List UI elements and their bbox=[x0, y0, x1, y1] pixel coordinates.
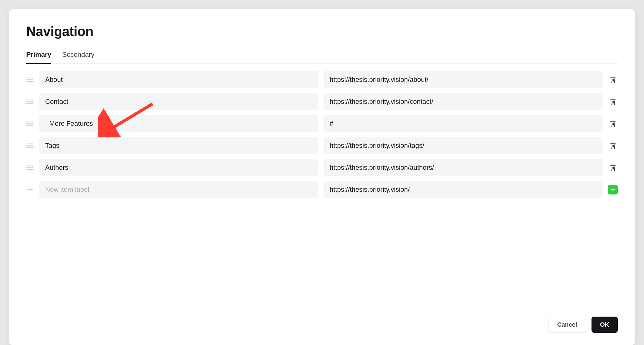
trash-icon bbox=[609, 164, 617, 172]
cancel-button[interactable]: Cancel bbox=[548, 317, 586, 333]
trash-icon bbox=[609, 76, 617, 84]
tabs: Primary Secondary bbox=[26, 51, 618, 64]
nav-label-input[interactable] bbox=[39, 159, 318, 176]
nav-url-input[interactable] bbox=[324, 137, 602, 154]
nav-label-input[interactable] bbox=[39, 71, 318, 88]
nav-row bbox=[26, 93, 618, 110]
nav-url-input[interactable] bbox=[324, 115, 602, 132]
nav-label-input[interactable] bbox=[39, 93, 318, 110]
delete-button[interactable] bbox=[608, 97, 618, 107]
nav-row bbox=[26, 115, 618, 132]
plus-icon bbox=[610, 187, 616, 192]
delete-button[interactable] bbox=[608, 75, 618, 85]
drag-handle-icon[interactable] bbox=[26, 78, 34, 82]
page-title: Navigation bbox=[26, 24, 618, 39]
tab-secondary[interactable]: Secondary bbox=[62, 51, 94, 64]
trash-icon bbox=[609, 120, 617, 128]
nav-rows bbox=[26, 71, 618, 198]
modal-footer: Cancel OK bbox=[26, 304, 618, 333]
drag-handle-icon[interactable] bbox=[26, 100, 34, 104]
add-button[interactable] bbox=[608, 185, 618, 194]
nav-row-new bbox=[26, 181, 618, 198]
drag-handle-icon[interactable] bbox=[26, 165, 34, 170]
delete-button[interactable] bbox=[608, 141, 618, 151]
delete-button[interactable] bbox=[608, 119, 618, 129]
new-item-label-input[interactable] bbox=[39, 181, 318, 198]
nav-row bbox=[26, 159, 618, 176]
trash-icon bbox=[609, 98, 617, 106]
delete-button[interactable] bbox=[608, 163, 618, 172]
nav-row bbox=[26, 137, 618, 154]
ok-button[interactable]: OK bbox=[592, 317, 618, 333]
plus-placeholder-icon bbox=[26, 186, 34, 193]
nav-row bbox=[26, 71, 618, 88]
nav-url-input[interactable] bbox=[324, 93, 602, 110]
drag-handle-icon[interactable] bbox=[26, 143, 34, 148]
nav-url-input[interactable] bbox=[324, 159, 602, 176]
new-item-url-input[interactable] bbox=[324, 181, 602, 198]
nav-label-input[interactable] bbox=[39, 115, 318, 132]
navigation-modal: Navigation Primary Secondary bbox=[9, 9, 635, 345]
drag-handle-icon[interactable] bbox=[26, 122, 34, 126]
nav-label-input[interactable] bbox=[39, 137, 318, 154]
tab-primary[interactable]: Primary bbox=[26, 51, 51, 64]
trash-icon bbox=[609, 142, 617, 150]
nav-url-input[interactable] bbox=[324, 71, 602, 88]
